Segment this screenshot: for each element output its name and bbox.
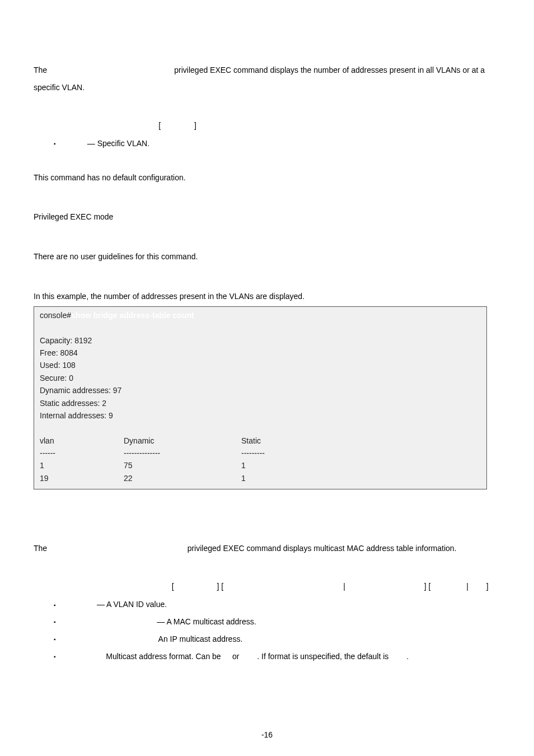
sep: -------------- <box>124 447 241 459</box>
cell: 19 <box>40 472 124 484</box>
kw: format <box>430 582 457 591</box>
list-item: vlan-id — A VLAN ID value. <box>54 596 500 613</box>
text: or <box>232 652 241 661</box>
s1-intro: The show bridge address-table count priv… <box>34 62 500 96</box>
text: The <box>34 66 49 74</box>
kw: vlan <box>69 139 87 148</box>
prompt: console# <box>40 311 71 320</box>
blank <box>40 321 481 334</box>
s2-intro: The show bridge multicast address-table … <box>34 540 500 557</box>
kw: vlan-id <box>69 600 97 609</box>
text: — A VLAN ID value. <box>97 600 167 609</box>
text: privileged EXEC command displays multica… <box>188 544 457 553</box>
cmd: show bridge address-table count <box>71 311 194 320</box>
page-number: -16 <box>0 730 534 739</box>
opt: mac <box>469 582 486 591</box>
cell: 1 <box>241 459 246 472</box>
opt: ip <box>223 652 232 661</box>
table-row: 19221 <box>40 472 481 484</box>
cmd-name: show bridge address-table count <box>49 66 174 74</box>
opt: ip <box>457 582 466 591</box>
sep: ------ <box>40 447 124 459</box>
opt: mac <box>241 652 257 661</box>
stat-line: Free: 8084 <box>40 347 481 359</box>
cmd: show bridge multicast address-table <box>34 582 172 591</box>
text: — A MAC multicast address. <box>157 617 256 626</box>
bracket: ] <box>424 582 427 591</box>
table-header: vlanDynamicStatic <box>40 435 481 447</box>
stat-line: Used: 108 <box>40 359 481 371</box>
table-row: 1751 <box>40 459 481 472</box>
opt: mac <box>391 652 406 661</box>
col-vlan: vlan <box>40 435 124 447</box>
cell: 1 <box>241 472 246 484</box>
col-static: Static <box>241 435 261 447</box>
var: vlan-id <box>191 582 217 591</box>
stat-line: Static addresses: 2 <box>40 397 481 409</box>
text: — Specific VLAN. <box>87 139 149 148</box>
text: Multicast address format. Can be <box>106 652 223 661</box>
s1-syntax-list: vlan — Specific VLAN. <box>54 135 500 152</box>
col-dynamic: Dynamic <box>124 435 241 447</box>
bracket: ] <box>194 121 196 130</box>
kw: mac-multicast-address <box>69 617 157 626</box>
sep: --------- <box>241 447 265 459</box>
blank <box>40 422 481 434</box>
s1-mode: Privileged EXEC mode <box>34 208 500 226</box>
list-item: format — Multicast address format. Can b… <box>54 648 500 665</box>
list-item: mac-multicast-address — A MAC multicast … <box>54 613 500 631</box>
stat-line: Internal addresses: 9 <box>40 409 481 422</box>
text: . <box>406 652 409 661</box>
kw: vlan <box>161 121 179 130</box>
s1-guidelines: There are no user guidelines for this co… <box>34 248 500 265</box>
stat-line: Capacity: 8192 <box>40 334 481 347</box>
kw: format — <box>69 652 106 661</box>
cell: 75 <box>124 459 241 472</box>
text: The <box>34 544 49 553</box>
text: An IP multicast address. <box>158 634 243 643</box>
bracket: ] <box>486 582 489 591</box>
page: The show bridge address-table count priv… <box>0 0 534 756</box>
var: vlan <box>179 121 194 130</box>
s1-example-intro: In this example, the number of addresses… <box>34 288 500 305</box>
console-prompt: console#show bridge address-table count <box>40 309 481 321</box>
cell: 1 <box>40 459 124 472</box>
syntax-cmd: show bridge address-table count <box>34 121 158 130</box>
s1-default: This command has no default configuratio… <box>34 169 500 186</box>
text: . If format is unspecified, the default … <box>257 652 391 661</box>
var: ip-multicast-address <box>345 582 424 591</box>
stat-line: Secure: 0 <box>40 372 481 384</box>
table-sep: ----------------------------- <box>40 447 481 459</box>
kw: ip-multicast-address — <box>69 634 158 643</box>
s1-syntax: show bridge address-table count [vlan vl… <box>34 119 500 133</box>
cmd-name: show bridge multicast address-table <box>49 544 188 553</box>
var: mac-multicast-address <box>256 582 343 591</box>
example-output: console#show bridge address-table count … <box>34 306 487 489</box>
list-item: vlan — Specific VLAN. <box>54 135 500 152</box>
list-item: ip-multicast-address — An IP multicast a… <box>54 631 500 648</box>
cell: 22 <box>124 472 241 484</box>
s2-syntax: show bridge multicast address-table [vla… <box>34 580 500 594</box>
kw: vlan <box>174 582 192 591</box>
kw: address <box>223 582 256 591</box>
stat-line: Dynamic addresses: 97 <box>40 384 481 396</box>
s2-syntax-list: vlan-id — A VLAN ID value. mac-multicast… <box>54 596 500 665</box>
